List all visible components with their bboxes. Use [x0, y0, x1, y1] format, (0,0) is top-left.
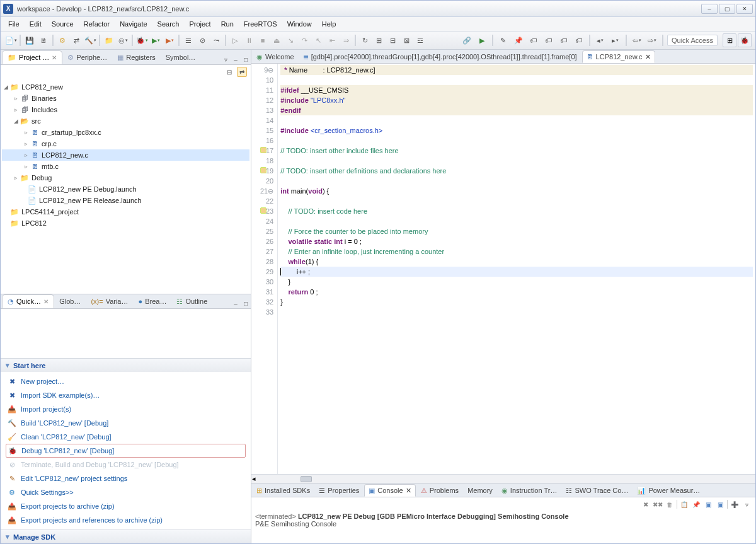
expand-icon[interactable]: ▹: [22, 129, 30, 136]
tag4-icon[interactable]: 🏷: [573, 34, 585, 47]
expand-icon[interactable]: ▹: [12, 175, 20, 181]
console-open-icon[interactable]: ☲: [414, 34, 427, 47]
next-annotation-icon[interactable]: ▸▾: [609, 34, 622, 47]
action-import-sdk[interactable]: ✖Import SDK example(s)…: [1, 388, 251, 402]
action-export-archive[interactable]: 📤Export projects to archive (zip): [1, 499, 251, 513]
tree-item[interactable]: LPC812: [21, 219, 47, 227]
tree-item[interactable]: mtb.c: [42, 163, 59, 170]
resume-icon[interactable]: ▷: [229, 34, 241, 47]
tab-peripherals[interactable]: ⚙Periphe…: [62, 50, 112, 64]
tab-quickstart[interactable]: ◔Quick…✕: [2, 294, 54, 308]
quick-access-field[interactable]: Quick Access: [667, 35, 718, 46]
minimize-view-icon[interactable]: –: [231, 54, 241, 64]
tab-registers[interactable]: ▦Registers: [112, 50, 160, 64]
action-build[interactable]: 🔨Build 'LCP812_new' [Debug]: [1, 416, 251, 430]
step-into-icon[interactable]: ↘: [284, 34, 297, 47]
menu-search[interactable]: Search: [154, 19, 183, 29]
toggle1-icon[interactable]: ⊞: [372, 34, 385, 47]
restart-icon[interactable]: ↻: [358, 34, 371, 47]
maximize-button[interactable]: ▢: [719, 4, 735, 14]
target-icon[interactable]: ◎▾: [117, 34, 129, 47]
debug-icon[interactable]: 🐞▾: [135, 34, 148, 47]
expand-icon[interactable]: ◢: [12, 118, 20, 124]
menu-run[interactable]: Run: [217, 19, 238, 29]
console-remove-all-icon[interactable]: ✖✖: [653, 499, 663, 509]
tab-variables[interactable]: (x)=Varia…: [86, 294, 133, 308]
pin-console-icon[interactable]: 📌: [691, 499, 701, 509]
editor-tab-file[interactable]: 🖹LCP812_new.c✕: [582, 50, 655, 63]
instruction-step-icon[interactable]: ⇒: [340, 34, 352, 47]
toggle3-icon[interactable]: ⊠: [400, 34, 413, 47]
run-icon[interactable]: ▶▾: [149, 34, 162, 47]
save-all-icon[interactable]: 🗎: [37, 34, 50, 47]
action-debug[interactable]: 🐞Debug 'LCP812_new' [Debug]: [6, 444, 246, 458]
action-clean[interactable]: 🧹Clean 'LCP812_new' [Debug]: [1, 430, 251, 444]
tab-installed-sdks[interactable]: ⊞Installed SDKs: [253, 484, 314, 497]
folder-nav-icon[interactable]: 📁: [103, 34, 115, 47]
disconnect-icon[interactable]: ⏏: [270, 34, 283, 47]
tree-item[interactable]: LCP812_new PE Debug.launch: [39, 185, 137, 193]
scroll-lock-icon[interactable]: 📋: [679, 499, 689, 509]
link-icon[interactable]: 🔗: [461, 34, 473, 47]
tree-item[interactable]: cr_startup_lpc8xx.c: [42, 129, 101, 136]
tab-symbol[interactable]: Symbol…: [161, 50, 201, 64]
close-icon[interactable]: ✕: [52, 54, 57, 61]
project-tree[interactable]: ◢📁LCP812_new ▹🗐Binaries ▹🗐Includes ◢📂src…: [1, 79, 251, 294]
stop-build-icon[interactable]: ⊘: [196, 34, 209, 47]
expand-icon[interactable]: ▹: [22, 163, 30, 170]
expand-icon[interactable]: ▹: [12, 107, 20, 113]
display-console-icon[interactable]: ▣: [703, 499, 713, 509]
section-start-here[interactable]: ▾Start here: [1, 358, 251, 372]
tab-problems[interactable]: ⚠Problems: [417, 484, 462, 497]
maximize-view-icon[interactable]: □: [241, 54, 251, 64]
tab-instruction-trace[interactable]: ◉Instruction Tr…: [498, 484, 561, 497]
tree-item[interactable]: LCP812_new PE Release.launch: [39, 197, 142, 204]
open-console-icon[interactable]: ▣: [715, 499, 725, 509]
console-options-icon[interactable]: ▿: [742, 499, 752, 509]
action-quick-settings[interactable]: ⚙Quick Settings>>: [1, 485, 251, 499]
section-manage-sdk[interactable]: ▾Manage SDK: [1, 530, 251, 543]
action-import-project[interactable]: 📥Import project(s): [1, 402, 251, 416]
profile-icon[interactable]: ▶▾: [163, 34, 176, 47]
console-remove-icon[interactable]: ✖: [641, 499, 651, 509]
view-menu-icon[interactable]: ▿: [220, 54, 231, 64]
perspective-open-icon[interactable]: ⊞: [723, 33, 736, 47]
step-return-icon[interactable]: ↖: [312, 34, 324, 47]
hammer-icon[interactable]: 🔨▾: [84, 34, 96, 47]
tag1-icon[interactable]: 🏷: [527, 34, 540, 47]
tab-breakpoints[interactable]: ●Brea…: [134, 294, 172, 308]
drop-frame-icon[interactable]: ⇤: [326, 34, 338, 47]
prev-annotation-icon[interactable]: ◂▾: [594, 34, 607, 47]
close-button[interactable]: ✕: [736, 4, 753, 14]
close-icon[interactable]: ✕: [645, 53, 651, 61]
menu-help[interactable]: Help: [318, 19, 340, 29]
back-icon[interactable]: ⇦▾: [631, 34, 643, 47]
tree-item[interactable]: Binaries: [32, 95, 57, 102]
tree-item[interactable]: LCP812_new: [21, 83, 63, 91]
edit-pencil-icon[interactable]: ✎: [497, 34, 510, 47]
terminate-icon[interactable]: ■: [256, 34, 269, 47]
menu-refactor[interactable]: Refactor: [80, 19, 114, 29]
build-all-icon[interactable]: ☰: [182, 34, 195, 47]
tree-item[interactable]: Debug: [32, 174, 52, 182]
menu-project[interactable]: Project: [185, 19, 214, 29]
toggle2-icon[interactable]: ⊟: [386, 34, 399, 47]
tab-properties[interactable]: ☰Properties: [315, 484, 363, 497]
console-clear-icon[interactable]: 🗑: [665, 499, 675, 509]
tab-outline[interactable]: ☷Outline: [171, 294, 212, 308]
editor-tab-welcome[interactable]: ◉Welcome: [253, 50, 298, 63]
new-icon[interactable]: 📄▾: [4, 34, 17, 47]
action-new-project[interactable]: ✖New project…: [1, 374, 251, 388]
menu-source[interactable]: Source: [48, 19, 77, 29]
tag2-icon[interactable]: 🏷: [542, 34, 555, 47]
action-edit-settings[interactable]: ✎Edit 'LCP812_new' project settings: [1, 472, 251, 485]
minimize-view-icon[interactable]: –: [231, 298, 241, 308]
menu-edit[interactable]: Edit: [26, 19, 45, 29]
expand-icon[interactable]: ▹: [22, 152, 30, 158]
save-icon[interactable]: 💾: [23, 34, 36, 47]
editor-scrollbar[interactable]: ◂: [251, 474, 755, 483]
tab-swo-trace[interactable]: ☷SWO Trace Co…: [562, 484, 632, 497]
maximize-view-icon[interactable]: □: [241, 298, 251, 308]
build-chip-icon[interactable]: ⚙: [56, 34, 69, 47]
console-new-icon[interactable]: ➕: [730, 499, 740, 509]
